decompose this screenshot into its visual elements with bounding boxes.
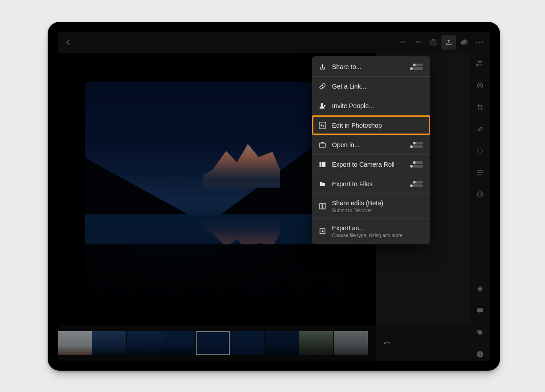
svg-point-11: [481, 174, 482, 176]
menu-item-get-a-link[interactable]: Get a Link...: [312, 76, 430, 96]
menu-item-label: Share to...: [332, 63, 407, 70]
filmstrip-thumb[interactable]: [265, 331, 299, 355]
svg-rect-20: [320, 143, 325, 147]
options-toggle-icon[interactable]: [413, 142, 424, 148]
options-toggle-icon[interactable]: [413, 64, 424, 70]
filmstrip-thumb[interactable]: [299, 331, 333, 355]
menu-item-open-in[interactable]: Open in...: [312, 135, 430, 154]
edited-photo: [85, 82, 348, 296]
menu-item-label: Export as...: [332, 224, 424, 232]
share-edits-icon: [318, 202, 327, 210]
menu-item-share-to[interactable]: Share to...: [312, 57, 430, 76]
tablet-frame: Share to...Get a Link...Invite People...…: [48, 22, 500, 371]
open-in-icon: [318, 141, 327, 149]
svg-point-4: [479, 41, 480, 43]
help-button[interactable]: [426, 35, 441, 50]
filmstrip-thumb[interactable]: [92, 331, 126, 355]
svg-text:Ps: Ps: [321, 124, 325, 127]
svg-rect-22: [322, 162, 326, 167]
menu-item-label: Get a Link...: [332, 83, 424, 90]
filmstrip-thumb[interactable]: [334, 331, 368, 355]
svg-point-9: [477, 148, 483, 154]
link-icon: [318, 82, 327, 90]
info-icon[interactable]: [474, 348, 486, 361]
menu-item-invite-people[interactable]: Invite People...: [312, 96, 430, 115]
filmstrip-thumb[interactable]: [196, 331, 230, 355]
color-icon[interactable]: [474, 79, 486, 92]
camera-roll-icon: [318, 160, 327, 169]
undo-button[interactable]: [411, 35, 425, 50]
files-icon: [318, 180, 327, 188]
share-menu: Share to...Get a Link...Invite People...…: [312, 56, 430, 244]
menu-item-label: Invite People...: [332, 102, 424, 109]
tablet-bezel: Share to...Get a Link...Invite People...…: [50, 24, 498, 369]
menu-item-label: Export to Files: [332, 180, 407, 188]
right-rail: [470, 53, 490, 361]
menu-item-label: Open in...: [332, 141, 407, 149]
filmstrip-thumb[interactable]: [58, 331, 92, 355]
invite-icon: [318, 102, 327, 110]
top-toolbar: [58, 32, 490, 53]
redo-button[interactable]: [395, 35, 410, 50]
menu-item-sublabel: Submit to Discover: [332, 208, 424, 213]
svg-rect-15: [480, 354, 481, 356]
versions-icon[interactable]: [474, 188, 486, 201]
svg-rect-21: [320, 162, 321, 167]
filmstrip-thumb[interactable]: [161, 331, 195, 355]
svg-rect-23: [320, 203, 322, 209]
filmstrip[interactable]: [58, 325, 376, 361]
svg-point-10: [482, 172, 483, 174]
svg-point-16: [480, 352, 481, 353]
menu-item-export-as[interactable]: Export as...Choose file type, sizing and…: [312, 218, 430, 243]
cloud-sync-button[interactable]: [457, 35, 471, 50]
svg-rect-8: [478, 127, 482, 131]
comments-icon[interactable]: [474, 304, 486, 317]
svg-point-13: [478, 331, 479, 332]
svg-point-1: [433, 44, 434, 45]
svg-point-3: [476, 41, 477, 43]
svg-point-7: [479, 84, 481, 87]
options-toggle-icon[interactable]: [413, 161, 424, 168]
svg-point-17: [321, 103, 323, 106]
rate-icon[interactable]: [474, 283, 486, 295]
menu-item-label: Share edits (Beta): [332, 199, 424, 207]
menu-item-edit-in-photoshop[interactable]: PsEdit in Photoshop: [312, 115, 430, 135]
mask-icon[interactable]: [474, 144, 486, 157]
share-button[interactable]: [441, 35, 456, 50]
undo-history-icon[interactable]: [381, 337, 394, 349]
heal-icon[interactable]: [474, 123, 486, 135]
more-button[interactable]: [472, 35, 487, 50]
app-screen: Share to...Get a Link...Invite People...…: [58, 32, 490, 361]
menu-item-export-to-files[interactable]: Export to Files: [312, 174, 430, 194]
options-toggle-icon[interactable]: [413, 181, 424, 187]
filmstrip-thumb[interactable]: [230, 331, 264, 355]
svg-rect-24: [323, 203, 325, 209]
filmstrip-thumb[interactable]: [127, 331, 161, 355]
presets-icon[interactable]: [474, 166, 486, 179]
menu-item-label: Export to Camera Roll: [332, 161, 407, 168]
menu-item-label: Edit in Photoshop: [332, 122, 424, 129]
share-icon: [318, 63, 327, 71]
tag-icon[interactable]: [474, 326, 486, 339]
back-button[interactable]: [61, 35, 75, 50]
menu-item-export-to-camera-roll[interactable]: Export to Camera Roll: [312, 154, 430, 174]
crop-icon[interactable]: [474, 101, 486, 114]
export-as-icon: [318, 227, 327, 235]
adjust-icon[interactable]: [474, 57, 486, 70]
svg-point-5: [481, 41, 483, 43]
photoshop-icon: Ps: [318, 121, 327, 129]
menu-item-share-edits-beta[interactable]: Share edits (Beta)Submit to Discover: [312, 194, 430, 218]
menu-item-sublabel: Choose file type, sizing and more: [332, 233, 424, 238]
filmstrip-tools: [376, 325, 470, 361]
